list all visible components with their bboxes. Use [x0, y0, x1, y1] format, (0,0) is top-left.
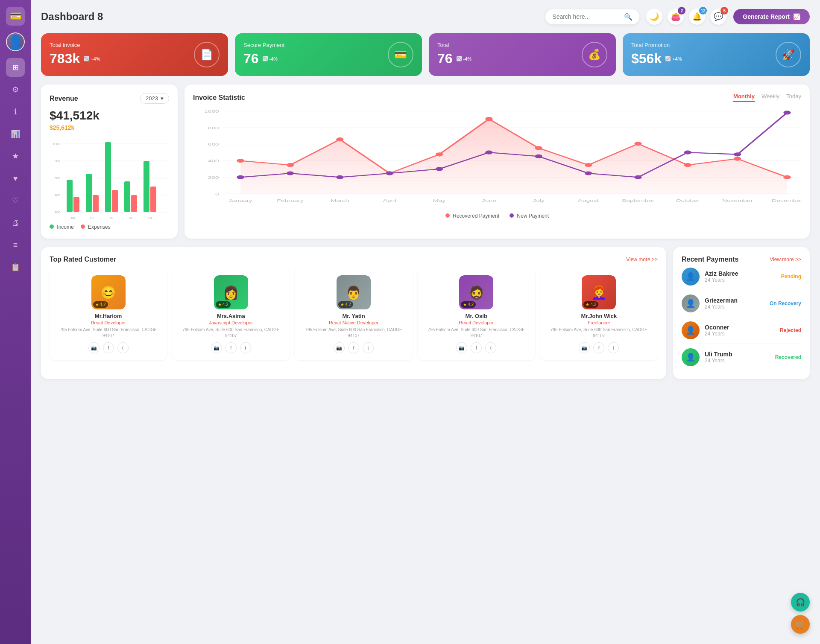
twitter-icon-4[interactable]: t [608, 342, 619, 353]
svg-point-52 [386, 171, 393, 175]
search-box[interactable]: 🔍 [545, 9, 639, 24]
revenue-bar-chart: 1000 800 600 400 200 06 07 08 [50, 135, 169, 221]
rating-badge-2: ★ 4.2 [338, 301, 353, 308]
expenses-legend-label: Expenses [88, 224, 111, 230]
facebook-icon-1[interactable]: f [226, 342, 237, 353]
payment-avatar-3: 👤 [682, 348, 700, 366]
total-invoice-label: Total invoice [50, 42, 220, 48]
sidebar-item-star[interactable]: ★ [6, 147, 25, 166]
instagram-icon-4[interactable]: 📷 [579, 342, 590, 353]
tab-monthly[interactable]: Monthly [733, 93, 755, 102]
cart-fab[interactable]: 🛒 [791, 615, 810, 634]
wallet-button[interactable]: 👛 2 [668, 9, 684, 25]
customer-name-1: Mrs.Asima [177, 313, 284, 319]
tab-today[interactable]: Today [786, 93, 801, 102]
sidebar-item-info[interactable]: ℹ [6, 102, 25, 121]
payment-status-0: Pending [781, 274, 801, 280]
generate-report-button[interactable]: Generate Report 📈 [733, 9, 810, 24]
svg-point-58 [684, 151, 691, 154]
total-trend: 📉 -4% [456, 56, 472, 61]
sidebar-item-dashboard[interactable]: ⊞ [6, 58, 25, 77]
customer-avatar-icon-3: 🧔 [469, 285, 484, 300]
total-promotion-trend: 📈 +4% [665, 56, 682, 61]
customer-role-4: Freelancer [545, 320, 653, 325]
search-input[interactable] [552, 13, 621, 20]
payment-item-1: 👤 Griezerman 24 Years On Recovery [682, 290, 801, 317]
instagram-icon-2[interactable]: 📷 [334, 342, 345, 353]
income-legend-item: Income [50, 224, 74, 230]
facebook-icon-2[interactable]: f [348, 342, 359, 353]
svg-text:10: 10 [148, 216, 152, 220]
theme-toggle-button[interactable]: 🌙 [646, 9, 662, 25]
twitter-icon-1[interactable]: t [240, 342, 251, 353]
tab-weekly[interactable]: Weekly [761, 93, 779, 102]
main-content: Dashboard 8 🔍 🌙 👛 2 🔔 12 💬 5 Generate R [31, 0, 820, 644]
twitter-icon-0[interactable]: t [117, 342, 129, 353]
recovered-dot [445, 213, 450, 218]
sidebar-item-menu[interactable]: ≡ [6, 236, 25, 254]
sidebar-item-favorite[interactable]: ♥ [6, 169, 25, 188]
customer-card-0: 😊 ★ 4.2 Mr.Hariom React Developer 795 Fo… [50, 268, 167, 360]
payment-age-1: 24 Years [705, 304, 764, 310]
revenue-amount: $41,512k [50, 109, 169, 122]
facebook-icon-0[interactable]: f [103, 342, 114, 353]
rating-badge-4: ★ 4.2 [583, 301, 598, 308]
sidebar-item-print[interactable]: 🖨 [6, 213, 25, 232]
instagram-icon-0[interactable]: 📷 [88, 342, 100, 353]
customer-avatar-2: 👨 ★ 4.2 [337, 275, 371, 309]
customer-avatar-4: 👩‍🦰 ★ 4.2 [582, 275, 616, 309]
payment-age-3: 24 Years [705, 358, 770, 364]
instagram-icon-1[interactable]: 📷 [211, 342, 222, 353]
customer-avatar-icon-2: 👨 [346, 285, 361, 300]
total-label: Total [437, 42, 607, 48]
twitter-icon-3[interactable]: t [485, 342, 496, 353]
headset-fab[interactable]: 🎧 [791, 593, 810, 612]
invoice-title: Invoice Statistic [193, 94, 245, 102]
total-promotion-label: Total Promotion [631, 42, 801, 48]
secure-payment-trend: 📉 -4% [262, 56, 278, 61]
svg-rect-14 [93, 195, 99, 212]
revenue-secondary: $25,612k [50, 124, 169, 131]
svg-text:October: October [676, 198, 700, 202]
svg-point-56 [585, 171, 592, 175]
customer-address-0: 795 Folsom Ave, Suite 600 San Francisco,… [55, 327, 162, 339]
customers-view-more[interactable]: View more >> [626, 256, 658, 262]
facebook-icon-4[interactable]: f [593, 342, 604, 353]
stat-card-total-invoice: Total invoice 783k 📉 +4% 📄 [41, 33, 228, 76]
line-chart-svg: 1000 800 600 400 200 0 [193, 107, 801, 210]
trend-down-icon2: 📉 [262, 56, 268, 61]
bottom-row: Top Rated Customer View more >> 😊 ★ 4.2 [41, 247, 810, 379]
new-payment-legend-label: New Payment [517, 213, 549, 219]
sidebar-item-settings[interactable]: ⚙ [6, 80, 25, 99]
sidebar-item-list[interactable]: 📋 [6, 258, 25, 277]
year-selector[interactable]: 2023 ▾ [140, 93, 169, 104]
sidebar-item-wishlist[interactable]: ♡ [6, 191, 25, 210]
facebook-icon-3[interactable]: f [471, 342, 482, 353]
total-icon: 💰 [582, 42, 607, 67]
sidebar-item-analytics[interactable]: 📊 [6, 125, 25, 143]
notifications-button[interactable]: 🔔 12 [689, 9, 705, 25]
svg-text:May: May [433, 198, 446, 202]
payment-name-0: Aziz Bakree [705, 270, 776, 277]
invoice-statistic-card: Invoice Statistic Monthly Weekly Today [184, 85, 810, 239]
svg-text:800: 800 [55, 159, 61, 163]
customer-avatar-icon-0: 😊 [100, 285, 116, 300]
payment-age-0: 24 Years [705, 277, 776, 283]
user-avatar[interactable]: 👤 [6, 32, 25, 51]
chart-tabs: Monthly Weekly Today [733, 93, 801, 102]
instagram-icon-3[interactable]: 📷 [456, 342, 467, 353]
stat-card-secure-payment: Secure Payment 76 📉 -4% 💳 [235, 33, 422, 76]
svg-text:08: 08 [110, 216, 114, 220]
svg-text:600: 600 [55, 176, 61, 180]
rating-badge-3: ★ 4.2 [461, 301, 476, 308]
svg-text:June: June [482, 198, 496, 202]
sidebar-logo[interactable]: 💳 [6, 7, 25, 26]
svg-rect-16 [105, 142, 111, 212]
payments-view-more[interactable]: View more >> [770, 256, 801, 262]
svg-rect-22 [144, 161, 149, 212]
customer-role-1: Javascript Developer [177, 320, 284, 325]
customer-role-2: React Native Developer [300, 320, 407, 325]
messages-button[interactable]: 💬 5 [710, 9, 726, 25]
twitter-icon-2[interactable]: t [363, 342, 374, 353]
star-icon-3: ★ [463, 302, 467, 307]
